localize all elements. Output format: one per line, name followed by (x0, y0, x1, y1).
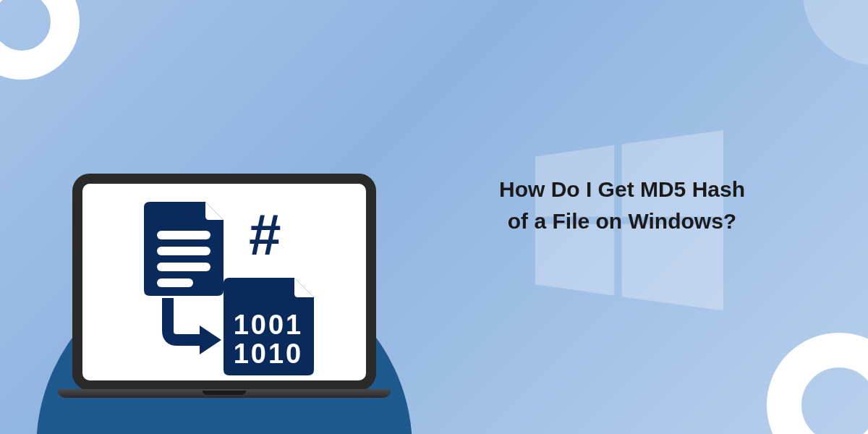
screen-content: # 1001 1010 (82, 184, 366, 380)
document-icon (144, 202, 224, 299)
laptop-illustration: # 1001 1010 (58, 174, 391, 434)
headline-line1: How Do I Get MD5 Hash (499, 177, 745, 201)
hash-icon: # (249, 202, 281, 268)
svg-text:1010: 1010 (234, 339, 304, 369)
svg-text:1001: 1001 (234, 310, 304, 340)
laptop-screen: # 1001 1010 (72, 174, 376, 391)
svg-rect-2 (157, 263, 210, 271)
svg-rect-1 (157, 247, 210, 255)
decorative-ring-bottom-right (767, 333, 868, 434)
svg-rect-0 (157, 231, 210, 239)
laptop-notch (203, 391, 246, 395)
decorative-circle-top-right (803, 0, 868, 65)
headline-line2: of a File on Windows? (508, 209, 736, 233)
svg-rect-3 (157, 278, 193, 287)
decorative-ring-top-left (0, 0, 80, 80)
arrow-icon (162, 298, 224, 359)
page-title: How Do I Get MD5 Hash of a File on Windo… (441, 174, 803, 237)
binary-file-icon: 1001 1010 (224, 278, 314, 378)
